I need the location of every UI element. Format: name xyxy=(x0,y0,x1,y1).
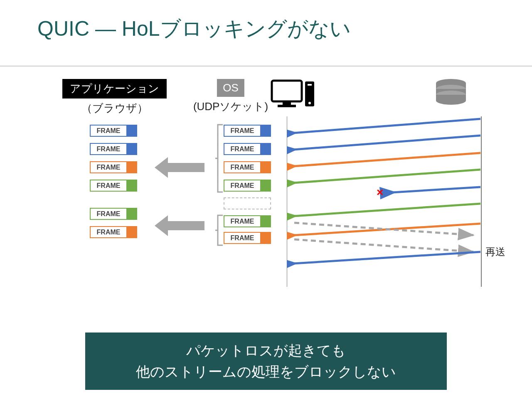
svg-rect-2 xyxy=(272,81,302,101)
arrow-left-icon xyxy=(155,215,204,236)
packet-loss-icon: × xyxy=(377,186,383,199)
computer-icon xyxy=(270,79,316,110)
os-frame: FRAME xyxy=(224,232,271,244)
svg-line-26 xyxy=(293,252,480,264)
os-frame: FRAME xyxy=(224,143,271,155)
application-sublabel: （ブラウザ） xyxy=(62,101,167,116)
app-frame: FRAME xyxy=(90,125,137,137)
app-frame: FRAME xyxy=(90,143,137,155)
os-frame: FRAME xyxy=(224,215,271,227)
svg-point-7 xyxy=(308,102,311,104)
svg-line-25 xyxy=(294,239,475,252)
svg-rect-6 xyxy=(308,84,312,86)
separator xyxy=(0,66,532,66)
os-sublabel: (UDPソケット) xyxy=(193,99,268,114)
app-frame: FRAME xyxy=(90,161,137,173)
svg-line-19 xyxy=(293,153,480,166)
bracket-top xyxy=(215,124,224,193)
svg-rect-4 xyxy=(278,105,296,107)
os-frame: FRAME xyxy=(224,180,271,192)
application-label: アプリケーション xyxy=(62,79,167,99)
os-column-header: OS (UDPソケット) xyxy=(193,79,268,114)
database-icon xyxy=(434,79,468,110)
os-label: OS xyxy=(217,79,244,97)
caption-line: パケットロスが起きても xyxy=(85,340,447,361)
lost-frame-placeholder xyxy=(224,197,271,209)
svg-marker-0 xyxy=(155,157,204,178)
bracket-bottom xyxy=(215,214,224,246)
app-frame: FRAME xyxy=(90,208,137,220)
app-frame: FRAME xyxy=(90,180,137,192)
os-frame: FRAME xyxy=(224,125,271,137)
caption-box: パケットロスが起きても 他のストリームの処理をブロックしない xyxy=(85,332,447,390)
slide-title: QUIC — HoLブロッキングがない xyxy=(37,15,351,43)
svg-line-20 xyxy=(293,170,480,183)
arrow-left-icon xyxy=(155,157,204,178)
retransmit-label: 再送 xyxy=(485,245,505,259)
application-column-header: アプリケーション （ブラウザ） xyxy=(62,79,167,116)
os-frame: FRAME xyxy=(224,161,271,173)
app-frame: FRAME xyxy=(90,226,137,238)
svg-rect-3 xyxy=(283,102,291,105)
svg-point-14 xyxy=(436,96,466,105)
packet-flow-diagram: × xyxy=(287,116,486,291)
svg-line-22 xyxy=(293,204,480,216)
svg-line-21 xyxy=(392,187,480,192)
caption-line: 他のストリームの処理をブロックしない xyxy=(85,361,447,382)
svg-line-18 xyxy=(293,135,480,150)
svg-line-17 xyxy=(293,119,480,133)
svg-marker-1 xyxy=(155,215,204,236)
